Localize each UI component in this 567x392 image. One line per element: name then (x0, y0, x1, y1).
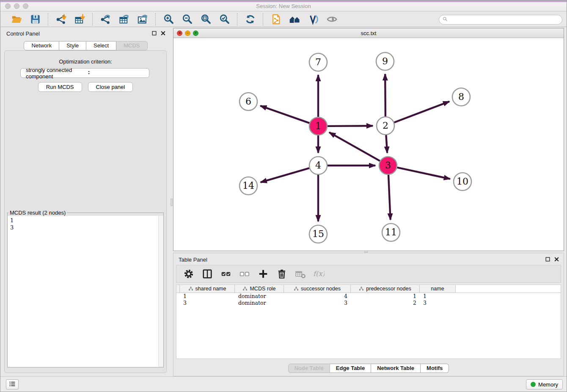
graph-edge-4-14[interactable] (261, 168, 309, 182)
select-all-columns-button[interactable] (219, 267, 233, 281)
import-network-button[interactable] (53, 13, 69, 26)
table-cell[interactable]: 2 (351, 300, 420, 306)
graph-edge-3-11[interactable] (388, 175, 391, 220)
import-table-button[interactable] (72, 13, 87, 26)
add-column-button[interactable] (256, 267, 270, 281)
result-scrollbar[interactable] (158, 216, 163, 367)
zoom-fit-button[interactable] (198, 13, 213, 26)
zoom-out-button[interactable] (179, 13, 195, 26)
network-window-titlebar[interactable]: ✕ − + scc.txt (173, 28, 564, 38)
task-history-button[interactable] (6, 379, 19, 389)
svg-text:1: 1 (315, 121, 321, 131)
table-row[interactable]: 3dominator323 (176, 300, 561, 306)
tab-network-table[interactable]: Network Table (371, 364, 421, 373)
graph-node-15[interactable]: 15 (309, 225, 327, 243)
graph-node-4[interactable]: 4 (309, 157, 327, 174)
table-row[interactable]: 1dominator411 (176, 293, 561, 300)
table-cell[interactable]: 4 (284, 293, 351, 300)
memory-button[interactable]: Memory (526, 379, 563, 389)
close-panel-button[interactable]: Close panel (88, 82, 133, 92)
delete-column-button[interactable] (275, 267, 289, 281)
houses-icon (289, 14, 300, 25)
column-settings-button[interactable] (182, 267, 196, 281)
svg-text:10: 10 (457, 176, 468, 187)
graph-edge-3-10[interactable] (397, 168, 450, 179)
table-cell[interactable]: 1 (351, 293, 420, 300)
export-table-button[interactable] (116, 13, 132, 26)
graph-edge-1-2[interactable] (328, 126, 373, 126)
search-input[interactable] (450, 16, 562, 24)
graph-node-2[interactable]: 2 (377, 117, 394, 135)
vertical-splitter[interactable] (170, 27, 173, 376)
column-header-MCDS-role[interactable]: MCDS role (235, 285, 284, 293)
table-cell[interactable]: 1 (180, 293, 235, 300)
tab-style[interactable]: Style (59, 41, 86, 50)
table-cell[interactable]: 1 (420, 293, 456, 300)
column-header-name[interactable]: name (420, 285, 456, 293)
graph-edge-2-9[interactable] (385, 74, 385, 116)
function-builder-button: f(x) (312, 267, 326, 281)
graph-edge-3-1[interactable] (329, 133, 380, 161)
graph-edge-2-3[interactable] (386, 135, 387, 153)
deselect-all-columns-button[interactable] (237, 267, 252, 281)
graph-node-10[interactable]: 10 (454, 173, 471, 190)
tab-motifs[interactable]: Motifs (421, 364, 449, 373)
float-panel-icon[interactable] (151, 30, 157, 36)
close-icon (554, 257, 559, 262)
search-box[interactable] (439, 15, 562, 25)
tab-select[interactable]: Select (86, 41, 116, 50)
column-header-shared-name[interactable]: shared name (180, 285, 235, 293)
close-panel-icon[interactable] (554, 256, 559, 262)
status-bar: Memory (0, 376, 567, 392)
refresh-arrows-icon (245, 14, 256, 25)
toolbar-group (49, 13, 91, 26)
table-cell[interactable]: 3 (420, 300, 456, 306)
list-icon (8, 380, 16, 388)
svg-text:14: 14 (242, 180, 254, 191)
ndex-network-document-button[interactable] (268, 13, 284, 26)
svg-text:8: 8 (458, 91, 464, 102)
graph-node-1[interactable]: 1 (309, 117, 327, 135)
export-image-button[interactable] (135, 13, 150, 26)
graph-node-14[interactable]: 14 (239, 177, 257, 195)
open-session-button[interactable] (9, 13, 24, 26)
graph-node-9[interactable]: 9 (376, 52, 394, 70)
column-header-predecessor-nodes[interactable]: predecessor nodes (351, 285, 420, 293)
graph-edge-2-8[interactable] (394, 102, 449, 123)
close-panel-icon[interactable] (160, 30, 166, 36)
vertical-splitter-grip[interactable] (171, 199, 173, 206)
export-network-button[interactable] (98, 13, 113, 26)
network-view-window: ✕ − + scc.txt 7968124314101511 (173, 28, 564, 251)
letter-v-swoosh-icon (308, 14, 319, 25)
toggle-graphics-details-button[interactable] (324, 13, 339, 26)
tab-network[interactable]: Network (24, 41, 59, 50)
run-mcds-button[interactable]: Run MCDS (38, 82, 82, 92)
graph-node-3[interactable]: 3 (379, 157, 397, 174)
table-cell[interactable]: 3 (284, 300, 351, 306)
network-graph-canvas[interactable]: 7968124314101511 (173, 38, 564, 251)
graph-node-11[interactable]: 11 (382, 224, 400, 241)
tab-mcds[interactable]: MCDS (116, 41, 147, 50)
memory-status-dot (531, 382, 536, 387)
apply-preferred-layout-button[interactable] (242, 13, 258, 26)
column-header-successor-nodes[interactable]: successor nodes (284, 285, 351, 293)
tab-node-table[interactable]: Node Table (288, 364, 330, 373)
zoom-selected-button[interactable] (217, 13, 232, 26)
zoom-in-button[interactable] (161, 13, 176, 26)
table-cell[interactable]: 3 (180, 300, 235, 306)
graph-node-7[interactable]: 7 (309, 53, 327, 71)
float-panel-icon[interactable] (545, 256, 550, 262)
toggle-columns-button[interactable] (200, 267, 215, 281)
svg-text:f(x): f(x) (314, 270, 325, 278)
tab-edge-table[interactable]: Edge Table (330, 364, 371, 373)
graph-node-6[interactable]: 6 (239, 93, 257, 110)
graph-edge-1-6[interactable] (260, 106, 309, 123)
network-home-button[interactable] (287, 13, 302, 26)
table-cell[interactable]: dominator (235, 293, 284, 300)
optimization-criterion-select[interactable]: strongly connected component (20, 68, 149, 78)
graph-node-8[interactable]: 8 (452, 88, 470, 106)
mcds-result-list[interactable]: 1 3 (8, 216, 163, 231)
table-cell[interactable]: dominator (235, 300, 284, 306)
save-session-button[interactable] (28, 13, 43, 26)
vizmap-style-button[interactable] (306, 13, 321, 26)
